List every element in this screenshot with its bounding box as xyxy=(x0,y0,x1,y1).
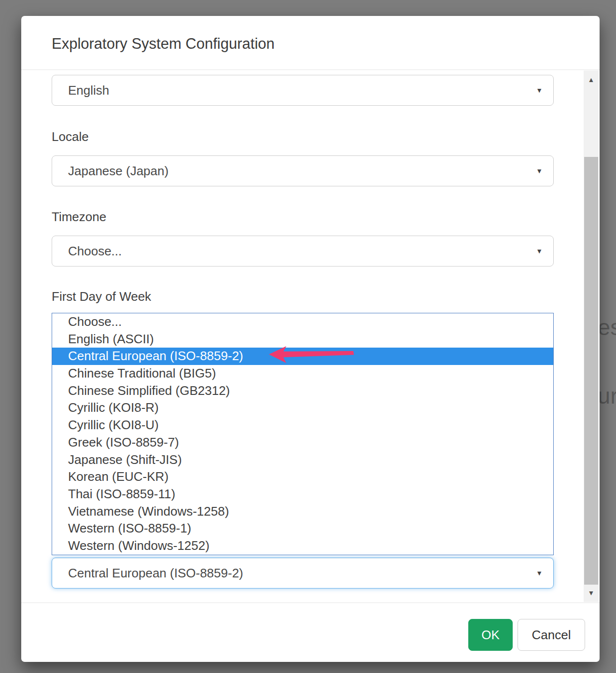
scrollbar-thumb[interactable] xyxy=(584,157,598,585)
chevron-down-icon[interactable]: ▼ xyxy=(536,167,543,175)
listbox-option[interactable]: Chinese Traditional (BIG5) xyxy=(52,365,553,382)
chevron-down-icon[interactable]: ▼ xyxy=(536,569,543,577)
dialog-footer: OK Cancel xyxy=(21,603,600,662)
listbox-option[interactable]: Chinese Simplified (GB2312) xyxy=(52,382,553,400)
backdrop-text-fragment: es xyxy=(598,314,616,340)
dialog-header: Exploratory System Configuration xyxy=(21,16,600,70)
listbox-option[interactable]: English (ASCII) xyxy=(52,331,553,348)
first-day-of-week-label: First Day of Week xyxy=(52,289,151,304)
listbox-option[interactable]: Greek (ISO-8859-7) xyxy=(52,434,553,451)
listbox-option-selected[interactable]: Central European (ISO-8859-2) xyxy=(52,348,553,365)
listbox-option[interactable]: Cyrillic (KOI8-R) xyxy=(52,399,553,417)
timezone-select-value: Choose... xyxy=(68,244,122,259)
scroll-down-icon[interactable]: ▼ xyxy=(584,584,599,602)
language-select-value: English xyxy=(68,83,109,98)
backdrop-text-fragment: ur xyxy=(598,382,616,409)
encoding-listbox: Choose... English (ASCII) Central Europe… xyxy=(52,313,554,555)
dialog-title: Exploratory System Configuration xyxy=(52,35,275,53)
listbox-option[interactable]: Western (Windows-1252) xyxy=(52,537,553,555)
listbox-option[interactable]: Western (ISO-8859-1) xyxy=(52,520,553,537)
locale-label: Locale xyxy=(52,129,89,144)
modal-body-scrollbar[interactable]: ▲ ▼ xyxy=(584,70,599,602)
timezone-label: Timezone xyxy=(52,210,106,224)
listbox-option[interactable]: Vietnamese (Windows-1258) xyxy=(52,503,553,520)
timezone-select[interactable]: Choose... ▼ xyxy=(52,236,554,266)
listbox-option[interactable]: Thai (ISO-8859-11) xyxy=(52,486,553,503)
locale-select[interactable]: Japanese (Japan) ▼ xyxy=(52,155,554,186)
encoding-select-value: Central European (ISO-8859-2) xyxy=(68,566,243,581)
locale-select-value: Japanese (Japan) xyxy=(68,164,168,179)
cancel-button[interactable]: Cancel xyxy=(518,619,585,651)
chevron-down-icon[interactable]: ▼ xyxy=(536,247,543,255)
encoding-select[interactable]: Central European (ISO-8859-2) ▼ xyxy=(52,558,554,589)
chevron-down-icon[interactable]: ▼ xyxy=(536,86,543,94)
ok-button[interactable]: OK xyxy=(468,619,513,651)
listbox-option[interactable]: Korean (EUC-KR) xyxy=(52,468,553,486)
scroll-up-icon[interactable]: ▲ xyxy=(584,70,599,89)
listbox-option[interactable]: Japanese (Shift-JIS) xyxy=(52,451,553,469)
system-configuration-dialog: Exploratory System Configuration English… xyxy=(21,16,600,662)
language-select[interactable]: English ▼ xyxy=(52,75,554,106)
listbox-option[interactable]: Choose... xyxy=(52,313,553,331)
listbox-option[interactable]: Cyrillic (KOI8-U) xyxy=(52,417,553,434)
